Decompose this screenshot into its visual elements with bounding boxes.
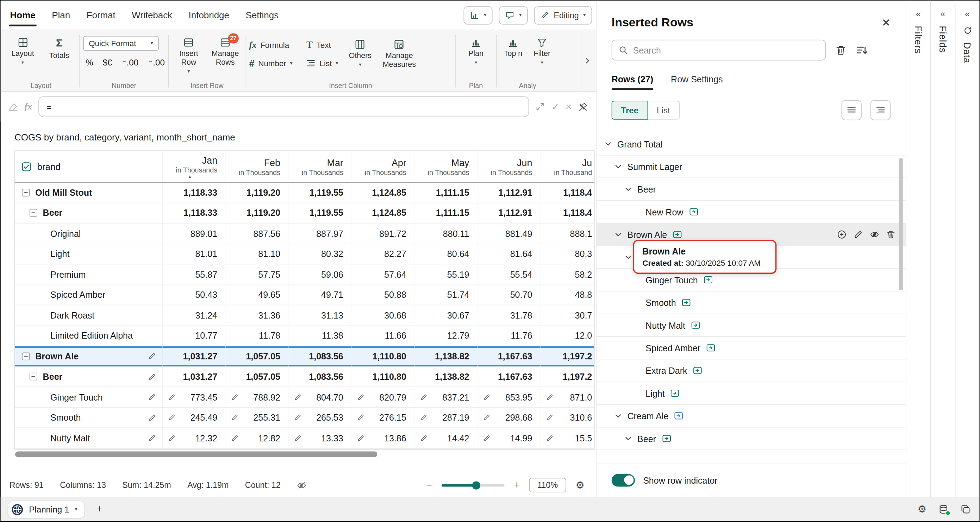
brand-cell[interactable]: Beer — [15, 203, 163, 223]
value-cell[interactable]: 31.13 — [288, 305, 352, 325]
value-cell[interactable]: 50.43 — [162, 285, 225, 305]
pencil-icon[interactable] — [483, 414, 490, 421]
menu-item-format[interactable]: Format — [78, 1, 124, 30]
decrease-decimal-button[interactable]: →.00 — [148, 58, 165, 68]
value-cell[interactable]: 1,118.4 — [541, 203, 594, 223]
brand-cell[interactable]: Spiced Amber — [15, 285, 163, 305]
zoom-out-button[interactable]: − — [426, 479, 432, 491]
table-row[interactable]: Dark Roast31.2431.3631.1330.6830.6731.78… — [15, 305, 594, 325]
menu-item-plan[interactable]: Plan — [44, 1, 78, 30]
add-sheet-button[interactable]: + — [96, 503, 102, 516]
value-cell[interactable]: 298.68 — [477, 408, 541, 427]
value-cell[interactable]: 11.66 — [352, 326, 414, 346]
pencil-icon[interactable] — [420, 393, 428, 401]
pencil-icon[interactable] — [357, 434, 364, 442]
value-cell[interactable]: 15.5 — [541, 428, 594, 448]
quick-format-select[interactable]: Quick Format ▾ — [83, 36, 159, 51]
pencil-icon[interactable] — [148, 393, 156, 401]
value-cell[interactable]: 30.68 — [352, 305, 414, 325]
pencil-icon[interactable] — [231, 414, 239, 421]
brand-cell[interactable]: Premium — [15, 264, 163, 284]
value-cell[interactable]: 820.79 — [352, 387, 414, 407]
value-cell[interactable]: 804.70 — [288, 387, 352, 407]
value-cell[interactable]: 55.87 — [162, 264, 225, 284]
value-cell[interactable]: 13.86 — [352, 428, 414, 448]
tree-row[interactable]: Grand Total — [597, 133, 906, 155]
tree-row[interactable]: New Row — [597, 201, 906, 224]
editing-mode-dropdown[interactable]: Editing ▾ — [534, 6, 592, 24]
value-cell[interactable]: 888.1 — [541, 224, 594, 243]
menu-item-settings[interactable]: Settings — [237, 1, 286, 30]
brand-cell[interactable]: Ginger Touch — [15, 387, 163, 407]
cancel-icon[interactable]: × — [566, 100, 572, 113]
table-row[interactable]: Limited Edition Alpha10.7711.7811.3811.6… — [15, 326, 594, 346]
value-cell[interactable]: 837.21 — [414, 387, 477, 407]
value-cell[interactable]: 12.79 — [414, 326, 477, 346]
formula-input[interactable] — [38, 97, 530, 117]
value-cell[interactable]: 1,119.55 — [288, 183, 352, 202]
value-cell[interactable]: 31.78 — [477, 305, 541, 325]
value-cell[interactable]: 81.64 — [477, 244, 541, 263]
value-cell[interactable]: 880.11 — [414, 224, 477, 243]
scrollbar-thumb[interactable] — [15, 451, 377, 457]
value-cell[interactable]: 853.95 — [477, 387, 541, 407]
brand-header-cell[interactable]: brand — [15, 151, 163, 182]
hide-row-action[interactable] — [870, 230, 879, 240]
table-row[interactable]: Original889.01887.56887.97891.72880.1188… — [15, 224, 594, 244]
pencil-icon[interactable] — [357, 414, 364, 421]
value-cell[interactable]: 255.31 — [225, 408, 288, 427]
value-cell[interactable]: 58.2 — [541, 264, 594, 284]
pencil-icon[interactable] — [168, 434, 176, 442]
pencil-icon[interactable] — [294, 393, 301, 401]
manage-measures-button[interactable]: Manage Measures — [382, 36, 417, 69]
month-header-cell[interactable]: Marin Thousands — [288, 151, 352, 182]
pencil-icon[interactable] — [168, 414, 176, 421]
value-cell[interactable]: 1,119.20 — [225, 203, 288, 223]
value-cell[interactable]: 891.72 — [352, 224, 414, 243]
value-cell[interactable]: 1,197.2 — [541, 367, 594, 387]
value-cell[interactable]: 1,112.91 — [477, 183, 541, 202]
value-cell[interactable]: 1,167.63 — [477, 346, 541, 366]
month-header-cell[interactable]: Janin Thousands▲ — [162, 151, 225, 182]
top-n-button[interactable]: Top n — [500, 35, 526, 59]
pencil-icon[interactable] — [231, 393, 239, 401]
value-cell[interactable]: 57.75 — [225, 264, 288, 284]
brand-cell[interactable]: Old Mill Stout — [15, 183, 163, 202]
value-cell[interactable]: 1,110.80 — [352, 367, 414, 387]
value-cell[interactable]: 265.53 — [288, 408, 352, 427]
value-cell[interactable]: 59.06 — [288, 264, 352, 284]
filter-button[interactable]: Filter ▾ — [529, 35, 555, 65]
tree-row[interactable]: Beer — [597, 427, 906, 450]
chart-view-dropdown[interactable]: ▾ — [464, 6, 493, 24]
insert-row-button[interactable]: Insert Row ▾ — [172, 35, 206, 74]
pin-icon[interactable] — [578, 102, 589, 112]
menu-item-writeback[interactable]: Writeback — [124, 1, 180, 30]
totals-button[interactable]: Σ Totals — [42, 35, 76, 60]
value-cell[interactable]: 1,119.20 — [225, 183, 288, 202]
value-cell[interactable]: 81.01 — [162, 244, 225, 263]
pencil-icon[interactable] — [483, 393, 490, 401]
layout-button[interactable]: Layout ▾ — [6, 35, 40, 65]
table-row[interactable]: Spiced Amber50.4349.6549.7150.8851.7450.… — [15, 285, 594, 305]
pencil-icon[interactable] — [168, 393, 176, 401]
value-cell[interactable]: 1,118.33 — [162, 203, 225, 223]
month-header-cell[interactable]: Aprin Thousands — [352, 151, 414, 182]
menu-item-home[interactable]: Home — [2, 1, 44, 30]
value-cell[interactable]: 310.6 — [541, 408, 594, 427]
table-row[interactable]: Smooth245.49255.31265.53276.15287.19298.… — [15, 408, 594, 428]
tree-row[interactable]: Smooth — [597, 292, 906, 314]
value-cell[interactable]: 49.71 — [288, 285, 352, 305]
currency-format-button[interactable]: $€ — [103, 58, 112, 68]
value-cell[interactable]: 788.92 — [225, 387, 288, 407]
value-cell[interactable]: 887.56 — [225, 224, 288, 243]
sort-filter-button[interactable] — [856, 44, 868, 56]
value-cell[interactable]: 1,083.56 — [288, 367, 352, 387]
search-input[interactable] — [633, 45, 819, 55]
pencil-icon[interactable] — [420, 434, 428, 442]
value-cell[interactable]: 1,118.4 — [541, 183, 594, 202]
month-header-cell[interactable]: Junin Thousands — [477, 151, 541, 182]
value-cell[interactable]: 889.01 — [162, 224, 225, 243]
eye-off-icon[interactable] — [297, 480, 307, 490]
others-column-button[interactable]: Others ▾ — [343, 36, 377, 69]
value-cell[interactable]: 80.64 — [414, 244, 477, 263]
